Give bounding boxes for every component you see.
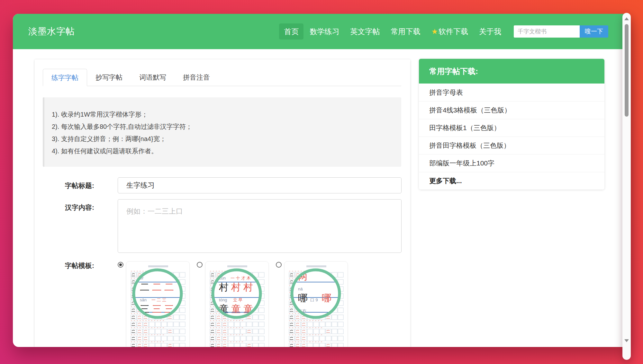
title-label: 字帖标题: <box>43 177 94 190</box>
svg-text:一 十 才 木: 一 十 才 木 <box>231 276 251 280</box>
copybook-title-input[interactable] <box>118 177 402 193</box>
star-icon: ★ <box>431 27 438 36</box>
content-label: 汉字内容: <box>43 199 94 212</box>
svg-text:二: 二 <box>152 282 162 292</box>
svg-text:nǎ: nǎ <box>298 287 303 291</box>
tab-3[interactable]: 拼音注音 <box>175 69 218 86</box>
svg-text:口 9: 口 9 <box>310 297 318 302</box>
download-link-3[interactable]: 拼音田字格模板（三色版） <box>419 137 604 154</box>
nav-item-2[interactable]: 英文字帖 <box>345 23 385 40</box>
downloads-header: 常用字帖下载: <box>419 59 604 84</box>
template-label: 字帖模板: <box>43 261 94 270</box>
note-line-2: 3). 支持自定义拼音；例：两哪{na4}宽； <box>52 133 395 145</box>
hanzi-content-textarea[interactable] <box>118 199 402 253</box>
note-line-3: 4). 如有任何建议或问题请联系作者。 <box>52 145 395 157</box>
template-option-1: cūn一 十 才 木村村村tóng立 早童童童 <box>197 261 269 347</box>
template-row: 字帖模板: èr二二二sān一 二 三三三三cūn一 十 才 木村村村tóng立… <box>43 261 401 347</box>
tab-2[interactable]: 词语默写 <box>131 69 175 86</box>
svg-text:村: 村 <box>243 282 253 292</box>
downloads-list: 拼音字母表拼音4线3格模板（三色版）田字格模板1（三色版）拼音田字格模板（三色版… <box>419 84 604 190</box>
scroll-down-icon[interactable] <box>624 339 629 342</box>
tab-1[interactable]: 抄写字帖 <box>87 69 131 86</box>
template-thumbnail-0[interactable]: èr二二二sān一 二 三三三三 <box>126 261 190 347</box>
svg-text:一 二 三: 一 二 三 <box>151 297 166 302</box>
svg-text:童: 童 <box>231 304 241 314</box>
template-option-2: 两nǎ哪口 9哪左右 <box>276 261 348 347</box>
nav-item-4[interactable]: ★软件下载 <box>426 23 473 40</box>
note-line-1: 2). 每次输入最多80个字符,自动过滤非汉字字符； <box>52 120 395 133</box>
usage-notes: 1). 收录约1W常用汉字楷体字形；2). 每次输入最多80个字符,自动过滤非汉… <box>43 97 401 167</box>
template-radio-2[interactable] <box>276 262 282 268</box>
download-link-1[interactable]: 拼音4线3格模板（三色版） <box>419 101 604 119</box>
svg-text:二: 二 <box>164 282 174 292</box>
svg-text:哪: 哪 <box>322 293 331 303</box>
nav-item-1[interactable]: 数学练习 <box>305 23 344 40</box>
search-button[interactable]: 嗖一下 <box>580 25 608 38</box>
note-line-0: 1). 收录约1W常用汉字楷体字形； <box>52 108 395 120</box>
template-radio-1[interactable] <box>197 262 203 268</box>
template-thumbnail-1[interactable]: cūn一 十 才 木村村村tóng立 早童童童 <box>205 261 269 347</box>
svg-text:村: 村 <box>231 282 241 292</box>
download-link-5[interactable]: 更多下载... <box>419 172 604 190</box>
template-radio-0[interactable] <box>118 262 123 268</box>
search-box: 嗖一下 <box>514 25 608 38</box>
copybook-panel: 练字字帖抄写字帖词语默写拼音注音 1). 收录约1W常用汉字楷体字形；2). 每… <box>35 59 410 347</box>
nav-item-3[interactable]: 常用下载 <box>386 23 425 40</box>
content-row: 汉字内容: <box>43 199 401 254</box>
svg-text:sān: sān <box>140 297 147 302</box>
tab-0[interactable]: 练字字帖 <box>43 69 87 86</box>
search-input[interactable] <box>514 25 580 38</box>
page-scrollbar[interactable] <box>622 13 631 360</box>
svg-text:村: 村 <box>219 282 229 292</box>
title-row: 字帖标题: <box>43 177 401 193</box>
svg-text:二: 二 <box>140 282 149 292</box>
template-options: èr二二二sān一 二 三三三三cūn一 十 才 木村村村tóng立 早童童童两… <box>118 261 365 347</box>
download-link-2[interactable]: 田字格模板1（三色版） <box>419 119 604 137</box>
svg-text:tóng: tóng <box>219 297 227 302</box>
site-logo[interactable]: 淡墨水字帖 <box>28 25 75 38</box>
browser-window: 淡墨水字帖 首页数学练习英文字帖常用下载★软件下载关于我 嗖一下 练字字帖抄写字… <box>13 14 631 347</box>
scrollbar-thumb[interactable] <box>625 24 629 117</box>
site-header: 淡墨水字帖 首页数学练习英文字帖常用下载★软件下载关于我 嗖一下 <box>13 14 631 49</box>
copybook-tabs: 练字字帖抄写字帖词语默写拼音注音 <box>43 69 401 86</box>
downloads-sidebar: 常用字帖下载: 拼音字母表拼音4线3格模板（三色版）田字格模板1（三色版）拼音田… <box>419 59 604 190</box>
main-nav: 首页数学练习英文字帖常用下载★软件下载关于我 <box>278 23 507 40</box>
template-option-0: èr二二二sān一 二 三三三三 <box>118 261 190 347</box>
download-link-0[interactable]: 拼音字母表 <box>419 84 604 101</box>
nav-item-5[interactable]: 关于我 <box>474 23 506 40</box>
nav-item-0[interactable]: 首页 <box>279 23 303 40</box>
svg-text:立 早: 立 早 <box>233 297 243 302</box>
template-thumbnail-2[interactable]: 两nǎ哪口 9哪左右 <box>284 261 348 347</box>
scroll-up-icon[interactable] <box>624 17 629 20</box>
svg-text:三: 三 <box>152 304 162 314</box>
header-right: 首页数学练习英文字帖常用下载★软件下载关于我 嗖一下 <box>278 23 608 40</box>
download-link-4[interactable]: 部编版一年级上100字 <box>419 154 604 172</box>
svg-text:哪: 哪 <box>298 293 308 303</box>
